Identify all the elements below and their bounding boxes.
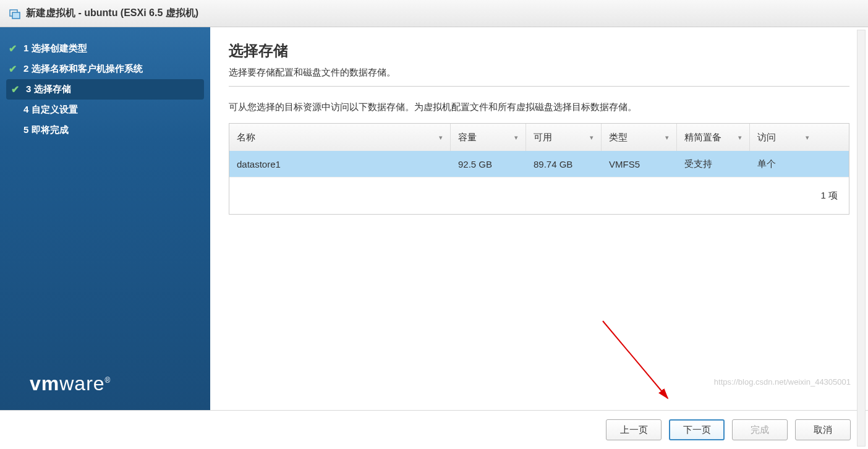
page-title: 选择存储: [229, 41, 849, 61]
chevron-down-icon: ▾: [514, 134, 518, 142]
separator: [229, 86, 849, 87]
datastore-table: 名称▾ 容量▾ 可用▾ 类型▾ 精简置备▾ 访问▾ datastore1 92.…: [229, 123, 849, 215]
wizard-footer: 上一页 下一页 完成 取消: [0, 411, 868, 449]
table-header: 名称▾ 容量▾ 可用▾ 类型▾ 精简置备▾ 访问▾: [229, 124, 849, 151]
step-5-finish[interactable]: 5 即将完成: [0, 120, 210, 140]
col-header-type[interactable]: 类型▾: [602, 124, 677, 151]
step-1-create-type[interactable]: ✔ 1 选择创建类型: [0, 38, 210, 59]
col-header-capacity[interactable]: 容量▾: [451, 124, 526, 151]
chevron-down-icon: ▾: [439, 134, 443, 142]
page-description: 可从您选择的目标资源中访问以下数据存储。为虚拟机配置文件和所有虚拟磁盘选择目标数…: [229, 101, 849, 113]
step-label: 5 即将完成: [23, 124, 69, 136]
chevron-down-icon: ▾: [738, 134, 742, 142]
vertical-scrollbar[interactable]: [857, 30, 866, 447]
check-icon: ✔: [9, 63, 20, 75]
wizard-sidebar: ✔ 1 选择创建类型 ✔ 2 选择名称和客户机操作系统 ✔ 3 选择存储 4 自…: [0, 27, 210, 410]
col-header-name[interactable]: 名称▾: [229, 124, 451, 151]
cell-access: 单个: [750, 158, 817, 170]
step-2-name-os[interactable]: ✔ 2 选择名称和客户机操作系统: [0, 59, 210, 79]
annotation-arrow: [600, 318, 674, 404]
titlebar: 新建虚拟机 - ubuntu (ESXi 6.5 虚拟机): [0, 0, 868, 27]
finish-button: 完成: [732, 419, 788, 440]
chevron-down-icon: ▾: [590, 134, 594, 142]
main-area: ✔ 1 选择创建类型 ✔ 2 选择名称和客户机操作系统 ✔ 3 选择存储 4 自…: [0, 27, 868, 411]
back-button[interactable]: 上一页: [606, 419, 662, 440]
cell-thin: 受支持: [677, 158, 750, 170]
step-label: 2 选择名称和客户机操作系统: [23, 63, 143, 75]
step-label: 1 选择创建类型: [23, 43, 87, 54]
svg-line-2: [603, 321, 668, 398]
col-header-free[interactable]: 可用▾: [526, 124, 602, 151]
vmware-logo: vmware®: [30, 372, 111, 395]
step-label: 3 选择存储: [26, 83, 71, 95]
watermark: https://blog.csdn.net/weixin_44305001: [714, 377, 851, 387]
content-pane: 选择存储 选择要存储配置和磁盘文件的数据存储。 可从您选择的目标资源中访问以下数…: [210, 27, 868, 410]
svg-rect-1: [12, 12, 20, 19]
cell-name: datastore1: [229, 159, 451, 169]
step-4-customize[interactable]: 4 自定义设置: [0, 100, 210, 120]
step-3-storage[interactable]: ✔ 3 选择存储: [6, 79, 204, 100]
col-header-thin[interactable]: 精简置备▾: [677, 124, 750, 151]
table-body: datastore1 92.5 GB 89.74 GB VMFS5 受支持 单个: [229, 151, 849, 177]
table-footer-count: 1 项: [229, 177, 849, 214]
cell-type: VMFS5: [602, 159, 677, 169]
step-label: 4 自定义设置: [23, 104, 78, 116]
window-title: 新建虚拟机 - ubuntu (ESXi 6.5 虚拟机): [26, 7, 198, 20]
chevron-down-icon: ▾: [806, 134, 809, 142]
check-icon: ✔: [9, 43, 20, 54]
cell-free: 89.74 GB: [526, 159, 602, 169]
table-row[interactable]: datastore1 92.5 GB 89.74 GB VMFS5 受支持 单个: [229, 151, 849, 177]
next-button[interactable]: 下一页: [669, 419, 725, 440]
cell-capacity: 92.5 GB: [451, 159, 526, 169]
vm-icon: [9, 7, 21, 20]
check-icon: ✔: [11, 83, 22, 95]
page-subtitle: 选择要存储配置和磁盘文件的数据存储。: [229, 67, 849, 79]
chevron-down-icon: ▾: [665, 134, 669, 142]
col-header-access[interactable]: 访问▾: [750, 124, 817, 151]
cancel-button[interactable]: 取消: [795, 419, 851, 440]
